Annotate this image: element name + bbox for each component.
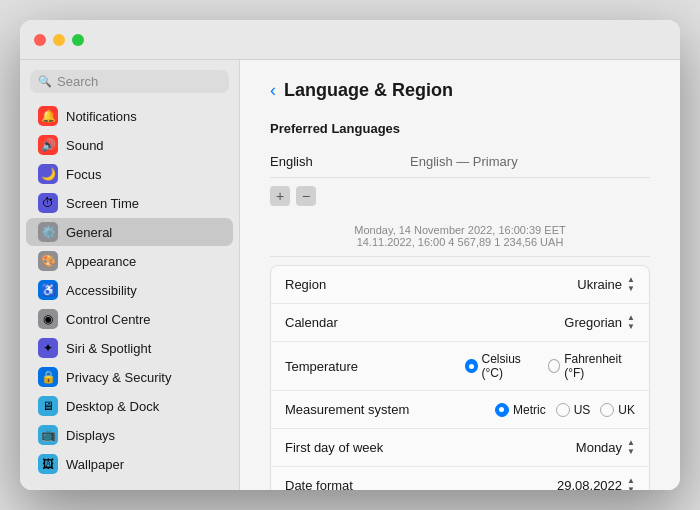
- sidebar-item-general[interactable]: ⚙️General: [26, 218, 233, 246]
- sidebar-item-notifications[interactable]: 🔔Notifications: [26, 102, 233, 130]
- stepper-arrows-0[interactable]: ▲▼: [627, 276, 635, 293]
- sidebar-item-label-general: General: [66, 225, 112, 240]
- language-name: English: [270, 154, 410, 169]
- add-language-button[interactable]: +: [270, 186, 290, 206]
- minimize-button[interactable]: [53, 34, 65, 46]
- preferred-languages-header: Preferred Languages: [270, 121, 650, 136]
- sidebar-item-label-sound: Sound: [66, 138, 104, 153]
- temp-option-1[interactable]: Fahrenheit (°F): [548, 352, 635, 380]
- sidebar-item-appearance[interactable]: 🎨Appearance: [26, 247, 233, 275]
- notifications-icon: 🔔: [38, 106, 58, 126]
- radio-circle-measure-1[interactable]: [556, 403, 570, 417]
- language-row: English English — Primary: [270, 146, 650, 178]
- stepper-up-4[interactable]: ▲: [627, 439, 635, 447]
- measure-option-1[interactable]: US: [556, 403, 591, 417]
- remove-language-button[interactable]: −: [296, 186, 316, 206]
- settings-row-region: RegionUkraine▲▼: [271, 266, 649, 304]
- stepper-down-0[interactable]: ▼: [627, 285, 635, 293]
- sidebar-item-displays[interactable]: 📺Displays: [26, 421, 233, 449]
- sidebar-item-label-siri: Siri & Spotlight: [66, 341, 151, 356]
- maximize-button[interactable]: [72, 34, 84, 46]
- appearance-icon: 🎨: [38, 251, 58, 271]
- focus-icon: 🌙: [38, 164, 58, 184]
- settings-row-date-format: Date format29.08.2022▲▼: [271, 467, 649, 490]
- search-bar[interactable]: 🔍 Search: [30, 70, 229, 93]
- stepper-up-0[interactable]: ▲: [627, 276, 635, 284]
- displays-icon: 📺: [38, 425, 58, 445]
- general-icon: ⚙️: [38, 222, 58, 242]
- settings-row-measurement-system: Measurement systemMetricUSUK: [271, 391, 649, 429]
- stepper-up-1[interactable]: ▲: [627, 314, 635, 322]
- datetime-line2: 14.11.2022, 16:00 4 567,89 1 234,56 UAH: [270, 236, 650, 248]
- radio-label-measure-1: US: [574, 403, 591, 417]
- sidebar-item-desktop[interactable]: 🖥Desktop & Dock: [26, 392, 233, 420]
- settings-value-0: Ukraine▲▼: [465, 276, 635, 293]
- sidebar-item-label-desktop: Desktop & Dock: [66, 399, 159, 414]
- close-button[interactable]: [34, 34, 46, 46]
- sidebar-item-label-appearance: Appearance: [66, 254, 136, 269]
- radio-label-temp-1: Fahrenheit (°F): [564, 352, 635, 380]
- sidebar-item-accessibility[interactable]: ♿Accessibility: [26, 276, 233, 304]
- sidebar-item-wallpaper[interactable]: 🖼Wallpaper: [26, 450, 233, 478]
- sidebar-item-label-accessibility: Accessibility: [66, 283, 137, 298]
- measure-option-0[interactable]: Metric: [495, 403, 546, 417]
- stepper-down-5[interactable]: ▼: [627, 486, 635, 490]
- sidebar: 🔍 Search 🔔Notifications🔊Sound🌙Focus⏱Scre…: [20, 60, 240, 490]
- settings-label-5: Date format: [285, 478, 465, 490]
- sidebar-item-privacy[interactable]: 🔒Privacy & Security: [26, 363, 233, 391]
- stepper-value-4: Monday▲▼: [576, 439, 635, 456]
- wallpaper-icon: 🖼: [38, 454, 58, 474]
- stepper-arrows-5[interactable]: ▲▼: [627, 477, 635, 490]
- settings-value-4: Monday▲▼: [465, 439, 635, 456]
- radio-label-temp-0: Celsius (°C): [482, 352, 538, 380]
- settings-row-temperature: TemperatureCelsius (°C)Fahrenheit (°F): [271, 342, 649, 391]
- settings-value-1: Gregorian▲▼: [465, 314, 635, 331]
- sidebar-item-label-wallpaper: Wallpaper: [66, 457, 124, 472]
- measure-option-2[interactable]: UK: [600, 403, 635, 417]
- settings-rows: RegionUkraine▲▼CalendarGregorian▲▼Temper…: [270, 265, 650, 490]
- sidebar-item-label-notifications: Notifications: [66, 109, 137, 124]
- measurement-radio-group: MetricUSUK: [495, 403, 635, 417]
- main-panel: ‹ Language & Region Preferred Languages …: [240, 60, 680, 490]
- datetime-line1: Monday, 14 November 2022, 16:00:39 EET: [270, 224, 650, 236]
- language-controls: + −: [270, 178, 650, 214]
- stepper-up-5[interactable]: ▲: [627, 477, 635, 485]
- sidebar-item-screentime[interactable]: ⏱Screen Time: [26, 189, 233, 217]
- settings-value-5: 29.08.2022▲▼: [465, 477, 635, 490]
- accessibility-icon: ♿: [38, 280, 58, 300]
- settings-row-first-day-of-week: First day of weekMonday▲▼: [271, 429, 649, 467]
- search-icon: 🔍: [38, 75, 52, 88]
- radio-circle-temp-1[interactable]: [548, 359, 561, 373]
- search-placeholder: Search: [57, 74, 98, 89]
- stepper-arrows-1[interactable]: ▲▼: [627, 314, 635, 331]
- sidebar-item-label-controlcentre: Control Centre: [66, 312, 151, 327]
- radio-label-measure-0: Metric: [513, 403, 546, 417]
- settings-label-1: Calendar: [285, 315, 465, 330]
- radio-circle-measure-0[interactable]: [495, 403, 509, 417]
- settings-label-4: First day of week: [285, 440, 465, 455]
- settings-label-0: Region: [285, 277, 465, 292]
- back-button[interactable]: ‹: [270, 80, 276, 101]
- sidebar-item-controlcentre[interactable]: ◉Control Centre: [26, 305, 233, 333]
- settings-value-2: Celsius (°C)Fahrenheit (°F): [465, 352, 635, 380]
- stepper-down-1[interactable]: ▼: [627, 323, 635, 331]
- stepper-arrows-4[interactable]: ▲▼: [627, 439, 635, 456]
- stepper-down-4[interactable]: ▼: [627, 448, 635, 456]
- content-area: 🔍 Search 🔔Notifications🔊Sound🌙Focus⏱Scre…: [20, 60, 680, 490]
- sidebar-item-label-focus: Focus: [66, 167, 101, 182]
- stepper-value-5: 29.08.2022▲▼: [557, 477, 635, 490]
- sidebar-item-focus[interactable]: 🌙Focus: [26, 160, 233, 188]
- sidebar-item-siri[interactable]: ✦Siri & Spotlight: [26, 334, 233, 362]
- temperature-radio-group: Celsius (°C)Fahrenheit (°F): [465, 352, 635, 380]
- radio-circle-measure-2[interactable]: [600, 403, 614, 417]
- language-value: English — Primary: [410, 154, 518, 169]
- datetime-preview: Monday, 14 November 2022, 16:00:39 EET 1…: [270, 216, 650, 257]
- stepper-value-1: Gregorian▲▼: [564, 314, 635, 331]
- main-header: ‹ Language & Region: [270, 80, 650, 101]
- sidebar-item-sound[interactable]: 🔊Sound: [26, 131, 233, 159]
- titlebar: [20, 20, 680, 60]
- temp-option-0[interactable]: Celsius (°C): [465, 352, 538, 380]
- radio-circle-temp-0[interactable]: [465, 359, 478, 373]
- settings-label-2: Temperature: [285, 359, 465, 374]
- sidebar-items-list: 🔔Notifications🔊Sound🌙Focus⏱Screen Time⚙️…: [20, 101, 239, 480]
